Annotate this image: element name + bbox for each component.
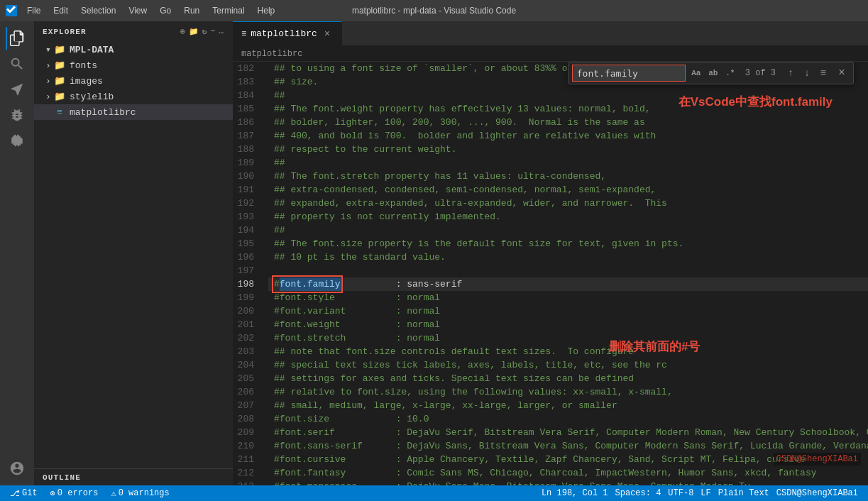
- code-line[interactable]: ## property is not currently implemented…: [268, 210, 868, 224]
- code-line[interactable]: ## The font.size property is the default…: [268, 237, 868, 250]
- activity-bar: [0, 21, 34, 485]
- collapse-icon[interactable]: −: [211, 27, 216, 36]
- code-line[interactable]: ##: [268, 224, 868, 237]
- code-line[interactable]: #font.fantasy : Comic Sans MS, Chicago, …: [268, 466, 868, 480]
- code-line[interactable]: ##: [268, 156, 868, 170]
- code-line[interactable]: #font.stretch : normal: [268, 331, 868, 345]
- line-number: 193: [233, 210, 261, 224]
- code-editor[interactable]: 1821831841851861871881891901911921931941…: [233, 62, 868, 485]
- explorer-header: EXPLORER ⊕ 📁 ↻ − …: [34, 21, 233, 42]
- line-number: 201: [233, 318, 261, 331]
- status-encoding[interactable]: UTF-8: [665, 488, 696, 498]
- new-file-icon[interactable]: ⊕: [180, 27, 186, 36]
- line-number: 202: [233, 331, 261, 345]
- status-git[interactable]: ⎇ Git: [7, 488, 40, 499]
- find-close-button[interactable]: ×: [834, 65, 850, 81]
- breadcrumb-file: matplotlibrc: [241, 49, 302, 59]
- code-line[interactable]: #font.style : normal: [268, 291, 868, 304]
- menu-go[interactable]: Go: [154, 4, 177, 17]
- status-eol[interactable]: LF: [698, 488, 713, 498]
- code-line[interactable]: #font.size : 10.0: [268, 412, 868, 426]
- code-line[interactable]: #font.weight : normal: [268, 318, 868, 331]
- code-line[interactable]: ## relative to font.size, using the foll…: [268, 385, 868, 399]
- outline-header[interactable]: OUTLINE: [34, 468, 233, 485]
- code-line[interactable]: ## bolder, lighter, 100, 200, 300, ..., …: [268, 116, 868, 129]
- file-matplotlibrc-icon: ≡: [54, 106, 65, 118]
- find-next-button[interactable]: ↓: [799, 65, 815, 81]
- line-number: 184: [233, 89, 261, 102]
- line-number: 213: [233, 480, 261, 485]
- status-csdn-label: CSDN@ShengXIABai: [776, 488, 858, 498]
- more-actions-icon[interactable]: …: [219, 27, 224, 36]
- status-warnings[interactable]: ⚠ 0 warnings: [108, 488, 172, 499]
- tab-matplotlibrc[interactable]: ≡ matplotlibrc ×: [233, 21, 342, 46]
- activity-source-control[interactable]: [6, 78, 28, 101]
- code-line[interactable]: #font.family : sans-serif: [268, 277, 868, 291]
- status-eol-label: LF: [701, 488, 710, 498]
- line-number: 207: [233, 399, 261, 412]
- code-area[interactable]: ## to using a font size of `smaller`, or…: [268, 62, 868, 485]
- find-input[interactable]: [572, 65, 686, 82]
- line-number: 205: [233, 372, 261, 385]
- code-line[interactable]: ## 10 pt is the standard value.: [268, 250, 868, 264]
- find-regex-button[interactable]: .*: [723, 65, 738, 81]
- code-line[interactable]: #font.sans-serif : DejaVu Sans, Bitstrea…: [268, 439, 868, 453]
- code-line[interactable]: [268, 264, 868, 277]
- code-line[interactable]: ## settings for axes and ticks. Special …: [268, 372, 868, 385]
- tree-label-matplotlibrc: matplotlibrc: [70, 107, 136, 118]
- menu-terminal[interactable]: Terminal: [207, 4, 250, 17]
- explorer-tree: ▾ 📁 MPL-DATA › 📁 fonts › 📁 images ›: [34, 42, 233, 468]
- status-spaces[interactable]: Spaces: 4: [612, 488, 664, 498]
- find-match-case-button[interactable]: Aa: [688, 65, 704, 81]
- code-line[interactable]: ## 400, and bold is 700. bolder and ligh…: [268, 129, 868, 143]
- tab-close-button[interactable]: ×: [322, 28, 333, 40]
- menu-file[interactable]: File: [21, 4, 46, 17]
- code-line[interactable]: #font.variant : normal: [268, 304, 868, 318]
- line-number: 182: [233, 62, 261, 75]
- find-prev-button[interactable]: ↑: [783, 65, 798, 81]
- tree-item-images[interactable]: › 📁 images: [34, 73, 233, 89]
- code-line[interactable]: ## expanded, extra-expanded, ultra-expan…: [268, 197, 868, 210]
- code-line[interactable]: ## The font.stretch property has 11 valu…: [268, 170, 868, 183]
- code-line[interactable]: ## small, medium, large, x-large, xx-lar…: [268, 399, 868, 412]
- find-whole-word-button[interactable]: ab: [705, 65, 721, 81]
- find-nav: ↑ ↓ ≡: [783, 65, 831, 81]
- tree-item-matplotlibrc[interactable]: › ≡ matplotlibrc: [34, 104, 233, 120]
- tree-root-mpl-data[interactable]: ▾ 📁 MPL-DATA: [34, 42, 233, 57]
- menu-view[interactable]: View: [123, 4, 153, 17]
- activity-search[interactable]: [6, 53, 28, 75]
- status-errors[interactable]: ⊗ 0 errors: [48, 488, 101, 499]
- code-line[interactable]: #font.monospace : DejaVu Sans Mono, Bits…: [268, 480, 868, 485]
- menu-selection[interactable]: Selection: [75, 4, 121, 17]
- outline-label: OUTLINE: [43, 473, 81, 482]
- tree-item-stylelib[interactable]: › 📁 stylelib: [34, 89, 233, 104]
- menu-help[interactable]: Help: [252, 4, 281, 17]
- activity-extensions[interactable]: [6, 129, 28, 152]
- folder-fonts-icon: 📁: [54, 60, 65, 71]
- line-number: 211: [233, 453, 261, 466]
- tree-arrow-fonts: ›: [43, 60, 54, 71]
- activity-debug[interactable]: [6, 104, 28, 126]
- code-line[interactable]: ##: [268, 89, 868, 102]
- code-line[interactable]: ## The font.weight property has effectiv…: [268, 102, 868, 116]
- code-line[interactable]: #font.serif : DejaVu Serif, Bitstream Ve…: [268, 426, 868, 439]
- menu-run[interactable]: Run: [178, 4, 205, 17]
- tree-label-images: images: [70, 76, 103, 87]
- code-line[interactable]: ## respect to the current weight.: [268, 143, 868, 156]
- tree-item-fonts[interactable]: › 📁 fonts: [34, 57, 233, 73]
- line-number: 212: [233, 466, 261, 480]
- code-line[interactable]: ## special text sizes tick labels, axes,…: [268, 358, 868, 372]
- activity-account[interactable]: [6, 457, 28, 480]
- breadcrumb: matplotlibrc: [233, 46, 868, 62]
- status-language[interactable]: Plain Text: [715, 488, 772, 498]
- activity-explorer[interactable]: [6, 27, 28, 50]
- refresh-icon[interactable]: ↻: [202, 27, 208, 36]
- code-line[interactable]: ## extra-condensed, condensed, semi-cond…: [268, 183, 868, 197]
- code-line[interactable]: ## note that font.size controls default …: [268, 345, 868, 358]
- status-cursor[interactable]: Ln 198, Col 1: [539, 488, 611, 498]
- find-list-button[interactable]: ≡: [815, 65, 831, 81]
- line-number: 199: [233, 291, 261, 304]
- tree-label-stylelib: stylelib: [70, 92, 114, 102]
- new-folder-icon[interactable]: 📁: [189, 27, 199, 36]
- menu-edit[interactable]: Edit: [48, 4, 74, 17]
